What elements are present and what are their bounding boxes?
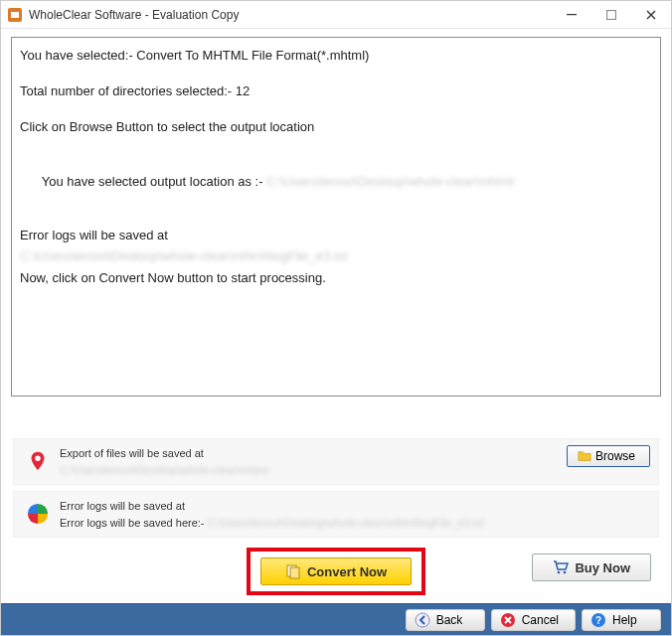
- log-line: Error logs will be saved at: [20, 227, 652, 244]
- app-icon: [7, 7, 23, 23]
- convert-icon: [285, 563, 301, 579]
- export-title: Export of files will be saved at: [60, 445, 559, 462]
- help-icon: ?: [590, 612, 606, 628]
- cart-icon: [553, 559, 569, 575]
- convert-label: Convert Now: [307, 564, 387, 579]
- back-button[interactable]: Back: [406, 609, 485, 631]
- convert-now-button[interactable]: Convert Now: [260, 557, 412, 585]
- action-bar: Convert Now Buy Now: [1, 544, 671, 603]
- svg-rect-2: [607, 10, 616, 19]
- folder-icon: [578, 449, 591, 463]
- info-zone: Export of files will be saved at C:\User…: [1, 432, 671, 544]
- errorlog-title: Error logs will be saved at: [60, 498, 650, 515]
- log-path: C:\Users\lenovi\Desktop\whole-clear\mhtm…: [266, 174, 514, 189]
- errorlog-path: C:\Users\lenovi\Desktop\whole-clear\mhtm…: [208, 517, 485, 529]
- browse-button[interactable]: Browse: [567, 445, 650, 467]
- buy-label: Buy Now: [575, 560, 630, 575]
- svg-point-7: [564, 571, 567, 574]
- export-path: C:\Users\lenovi\Desktop\whole-clear\mhtm…: [60, 464, 268, 476]
- log-line: Click on Browse Button to select the out…: [20, 118, 652, 136]
- browse-label: Browse: [595, 449, 635, 463]
- svg-point-3: [35, 456, 41, 462]
- log-line: Total number of directories selected:- 1…: [20, 82, 652, 100]
- app-window: WholeClear Software - Evaluation Copy Yo…: [0, 0, 672, 636]
- help-button[interactable]: ? Help: [582, 609, 661, 631]
- svg-rect-5: [290, 567, 299, 578]
- log-line: You have selected:- Convert To MHTML Fil…: [20, 47, 652, 65]
- log-line: You have selected output location as :- …: [20, 155, 652, 210]
- cancel-label: Cancel: [522, 613, 559, 627]
- minimize-button[interactable]: [552, 1, 591, 29]
- errorlog-prefix: Error logs will be saved here:-: [60, 517, 208, 529]
- error-log-row: Error logs will be saved at Error logs w…: [13, 491, 659, 538]
- maximize-button[interactable]: [591, 1, 631, 29]
- window-title: WholeClear Software - Evaluation Copy: [29, 8, 239, 22]
- footer-bar: Back Cancel ? Help: [1, 603, 671, 635]
- help-label: Help: [612, 613, 637, 627]
- buy-now-button[interactable]: Buy Now: [532, 554, 651, 581]
- cancel-button[interactable]: Cancel: [491, 609, 576, 631]
- cancel-icon: [500, 612, 516, 628]
- titlebar: WholeClear Software - Evaluation Copy: [1, 1, 671, 29]
- close-button[interactable]: [631, 1, 671, 29]
- convert-highlight-box: Convert Now: [247, 548, 425, 595]
- log-text: You have selected output location as :-: [42, 174, 266, 189]
- back-arrow-icon: [415, 612, 430, 628]
- location-pin-icon: [26, 449, 50, 473]
- log-textarea: You have selected:- Convert To MHTML Fil…: [11, 37, 661, 397]
- svg-point-6: [558, 571, 561, 574]
- log-line: C:\Users\lenovi\Desktop\whole-clear\mhtm…: [20, 247, 652, 265]
- back-label: Back: [436, 613, 463, 627]
- export-location-row: Export of files will be saved at C:\User…: [13, 438, 659, 485]
- log-line: Now, click on Convert Now button to star…: [20, 269, 652, 287]
- svg-rect-1: [567, 14, 577, 15]
- log-path: C:\Users\lenovi\Desktop\whole-clear\mhtm…: [20, 248, 347, 263]
- svg-text:?: ?: [595, 615, 601, 626]
- pie-chart-icon: [26, 502, 50, 526]
- svg-point-8: [416, 613, 429, 627]
